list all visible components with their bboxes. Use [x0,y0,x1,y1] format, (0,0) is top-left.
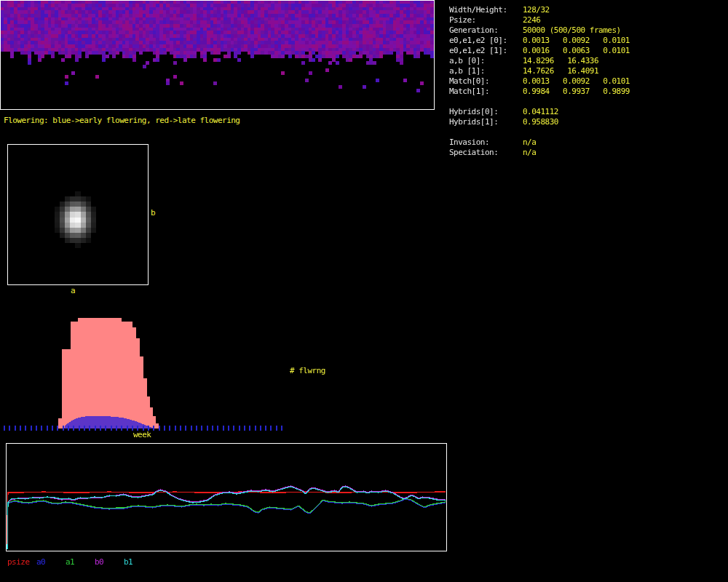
week-axis-tick [201,426,202,431]
stat-row-ab-0: a,b [0]:14.8296 16.4336 [449,55,726,65]
week-axis-tick [180,426,181,431]
week-axis-tick [169,426,170,431]
week-axis-tick [249,426,250,431]
stat-label: Speciation: [449,148,523,158]
trait-axis-b-label: b [151,208,155,218]
week-axis-tick [52,426,53,431]
stat-row-match-0: Match[0]:0.0013 0.0092 0.0101 [449,75,726,85]
stat-row-ab-1: a,b [1]:14.7626 16.4091 [449,65,726,75]
stat-row-spacer [449,126,726,136]
week-axis-tick [15,426,16,431]
population-grid-panel [0,0,435,110]
week-axis-tick [25,426,26,431]
week-axis-tick [196,426,197,431]
legend-psize: psize [7,557,30,567]
trait-space-panel [7,144,149,285]
legend-a1: a1 [66,557,74,567]
legend-b1: b1 [124,557,132,567]
week-axis-tick [73,426,74,431]
week-axis-tick [41,426,42,431]
population-grid-canvas [1,1,434,109]
week-axis-tick [84,426,85,431]
week-axis-label: week [133,430,151,439]
week-axis-tick [207,426,208,431]
week-axis-tick [36,426,37,431]
week-axis-tick [9,426,10,431]
week-axis-tick [79,426,80,431]
legend-a0: a0 [36,557,45,567]
stat-row-match-1: Match[1]:0.9984 0.9937 0.9899 [449,85,726,95]
week-axis-tick [228,426,229,431]
simulation-app: { "colors": { "background": "#000000", "… [0,0,728,582]
week-axis-tick [185,426,186,431]
week-axis-tick [111,426,112,431]
week-axis-tick [68,426,69,431]
late-flowering-distribution [58,318,159,428]
stat-row-hybrids-0: Hybrids[0]:0.041112 [449,105,726,116]
week-axis-tick [127,426,128,431]
stat-row-generation: Generation:50000 (500/500 frames) [449,24,726,34]
stat-row-invasion: Invasion:n/a [449,136,726,146]
stat-row-hybrids-1: Hybrids[1]:0.958830 [449,116,726,126]
trait-space-blob-canvas [8,145,148,284]
week-axis-tick [233,426,234,431]
week-axis-tick [223,426,224,431]
flowering-note: Flowering: blue->early flowering, red->l… [4,116,240,125]
week-axis-tick [217,426,218,431]
week-axis-tick [105,426,106,431]
week-axis-tick [244,426,245,431]
week-axis-tick [63,426,64,431]
week-axis-tick [159,426,160,431]
week-axis-tick [239,426,240,431]
week-axis-tick [116,426,117,431]
trait-axis-a-label: a [71,286,75,295]
stat-row-e012-0: e0,e1,e2 [0]:0.0013 0.0092 0.0101 [449,34,726,44]
stat-value: 0.958830 [523,117,558,127]
week-axis-tick [95,426,96,431]
stat-value: n/a [523,148,536,157]
week-axis-tick [212,426,213,431]
week-axis-tick [164,426,165,431]
week-axis-tick [281,426,282,431]
week-axis-tick [47,426,48,431]
week-axis-tick [276,426,277,431]
stat-row-speciation: Speciation:n/a [449,146,726,156]
week-axis-tick [4,426,5,431]
week-axis-tick [175,426,176,431]
stat-row-e012-1: e0,e1,e2 [1]:0.0016 0.0063 0.0101 [449,44,726,55]
stat-row-width-height: Width/Height:128/32 [449,4,726,14]
week-axis-tick [20,426,21,431]
stat-row-spacer [449,95,726,105]
week-axis-tick [89,426,90,431]
week-axis-tick [260,426,261,431]
timeseries-panel-frame [6,443,447,551]
week-axis-tick [100,426,101,431]
week-axis-tick [121,426,122,431]
week-axis-tick [31,426,32,431]
week-axis-tick [265,426,266,431]
stat-value: 0.9984 0.9937 0.9899 [523,87,630,96]
week-axis-tick [191,426,192,431]
flowering-count-label: # flwrng [290,366,325,375]
week-axis-tick [153,426,154,431]
legend-b0: b0 [95,557,103,567]
week-axis-tick [57,426,58,431]
week-axis-tick [270,426,272,431]
stats-panel: Width/Height:128/32 Psize:2246 Generatio… [449,4,726,156]
early-flowering-distribution [64,416,154,428]
stat-row-psize: Psize:2246 [449,14,726,24]
week-axis-tick [255,426,256,431]
